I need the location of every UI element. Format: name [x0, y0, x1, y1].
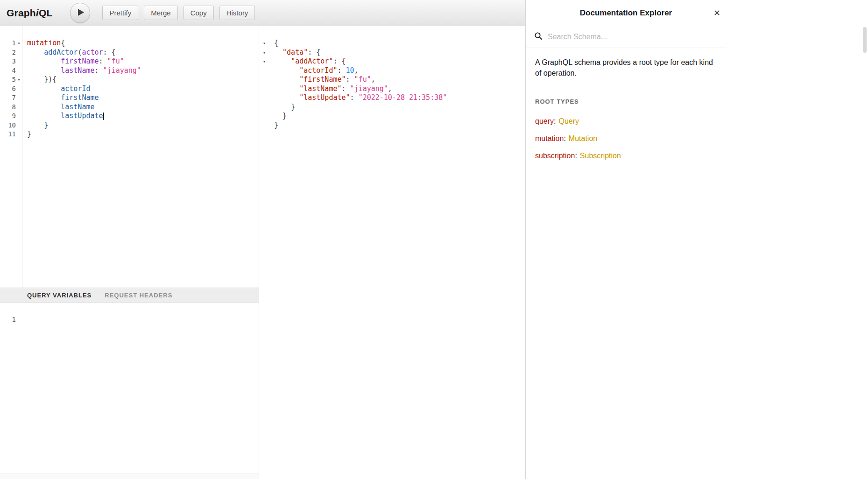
fold-toggle-icon[interactable]: ▾ [263, 57, 266, 66]
query-editor-code[interactable]: mutation{ addActor(actor: { firstName: "… [22, 26, 259, 288]
token-pun: : [99, 57, 103, 65]
code-line[interactable]: lastUpdate [27, 112, 259, 121]
code-line[interactable]: } [274, 121, 525, 130]
code-line[interactable]: "actorId": 10, [274, 66, 525, 76]
code-line[interactable]: lastName [27, 103, 259, 112]
token-pln [274, 48, 282, 56]
type-link-query[interactable]: Query [558, 117, 579, 125]
fold-toggle-icon[interactable]: ▾ [16, 75, 22, 85]
token-pun: }){ [44, 75, 56, 84]
play-icon [76, 8, 85, 18]
tab-request-headers[interactable]: REQUEST HEADERS [105, 292, 172, 299]
execute-query-button[interactable] [70, 3, 90, 23]
gutter-line [259, 75, 269, 85]
code-line[interactable]: "lastName": "jiayang", [274, 85, 525, 94]
gutter-line: ▾ [259, 48, 269, 57]
code-line[interactable]: "lastUpdate": "2022-10-28 21:35:38" [274, 93, 525, 103]
close-icon[interactable]: ✕ [713, 8, 720, 18]
variables-editor[interactable]: 1 [0, 303, 259, 473]
schema-search-input[interactable] [548, 33, 718, 41]
code-line[interactable]: { [274, 39, 525, 48]
code-line[interactable]: "firstName": "fu", [274, 75, 525, 85]
token-pln [342, 66, 346, 75]
token-pln [274, 85, 299, 93]
history-button[interactable]: History [219, 6, 255, 20]
token-pun: : [95, 66, 99, 75]
tab-query-variables[interactable]: QUERY VARIABLES [27, 292, 92, 299]
vertical-scrollbar-thumb[interactable] [863, 27, 867, 53]
type-link-subscription[interactable]: Subscription [580, 152, 621, 160]
gutter-line: 1▾ [0, 39, 22, 48]
token-pln [337, 57, 341, 65]
prettify-button[interactable]: Prettify [102, 6, 138, 20]
gutter-line: 7 [0, 93, 22, 103]
search-icon [534, 32, 543, 42]
code-line[interactable]: addActor(actor: { [27, 48, 259, 57]
root-type-keyword: subscription [535, 152, 575, 160]
separator: : [575, 152, 577, 160]
token-prop: addActor [44, 48, 78, 56]
fold-toggle-icon[interactable]: ▾ [16, 39, 22, 48]
gutter-line: 5▾ [0, 75, 22, 85]
code-line[interactable]: } [274, 112, 525, 121]
token-pln [27, 121, 44, 129]
line-number: 6 [0, 85, 16, 94]
token-pun: } [27, 130, 31, 138]
token-pln [274, 103, 291, 111]
gutter-line [259, 112, 269, 121]
code-line[interactable]: }){ [27, 75, 259, 85]
query-editor[interactable]: 1▾2345▾67891011 mutation{ addActor(actor… [0, 26, 259, 288]
token-pln [27, 112, 61, 120]
line-number: 8 [0, 103, 16, 112]
fold-toggle-icon[interactable]: ▾ [263, 39, 266, 48]
code-line[interactable]: firstName: "fu" [27, 57, 259, 66]
fold-toggle-icon[interactable]: ▾ [263, 48, 266, 57]
gutter-line: ▾ [259, 57, 269, 66]
toolbar: GraphiQL Prettify Merge Copy History [0, 0, 525, 26]
variables-editor-code[interactable] [22, 303, 259, 473]
token-pln [107, 48, 112, 56]
code-line[interactable]: lastName: "jiayang" [27, 66, 259, 76]
variables-horizontal-scrollbar[interactable] [0, 473, 259, 479]
token-pun: { [61, 39, 65, 47]
token-pln [346, 85, 350, 93]
line-number: 5 [0, 75, 16, 85]
code-line[interactable]: } [27, 121, 259, 130]
line-number: 7 [0, 93, 16, 103]
root-type-row-query: query:Query [535, 117, 717, 126]
token-pln [27, 93, 61, 102]
code-line[interactable]: } [27, 130, 259, 139]
token-pun: , [371, 75, 375, 84]
token-pln [99, 66, 103, 75]
type-link-mutation[interactable]: Mutation [569, 134, 597, 142]
code-line[interactable]: } [274, 103, 525, 112]
token-str: "2022-10-28 21:35:38" [359, 93, 447, 102]
token-prop: lastName [61, 103, 94, 111]
token-kw: mutation [27, 39, 61, 47]
code-line[interactable] [27, 315, 259, 324]
token-pun: } [291, 103, 295, 111]
code-line[interactable]: "addActor": { [274, 57, 525, 66]
graphiql-app: GraphiQL Prettify Merge Copy History 1▾2… [0, 0, 868, 479]
token-pun: : [103, 48, 107, 56]
token-str: "jiayang" [350, 85, 388, 93]
response-pane[interactable]: ▾▾▾ { "data": { "addActor": { "actorId":… [259, 26, 525, 479]
token-pln [27, 66, 61, 75]
response-code[interactable]: { "data": { "addActor": { "actorId": 10,… [269, 26, 525, 479]
gutter-line: ▾ [259, 39, 269, 48]
token-key: "lastUpdate" [299, 93, 350, 102]
token-pun: : [337, 66, 341, 75]
code-line[interactable]: "data": { [274, 48, 525, 57]
token-pun: { [316, 48, 320, 56]
line-number: 1 [0, 39, 16, 48]
line-number: 9 [0, 112, 16, 121]
token-key: "lastName" [299, 85, 341, 93]
code-line[interactable]: actorId [27, 85, 259, 94]
code-line[interactable]: mutation{ [27, 39, 259, 48]
line-number: 4 [0, 66, 16, 76]
copy-button[interactable]: Copy [183, 6, 214, 20]
token-pln [27, 85, 61, 93]
query-editor-gutter: 1▾2345▾67891011 [0, 26, 22, 288]
merge-button[interactable]: Merge [144, 6, 178, 20]
code-line[interactable]: firstName [27, 93, 259, 103]
